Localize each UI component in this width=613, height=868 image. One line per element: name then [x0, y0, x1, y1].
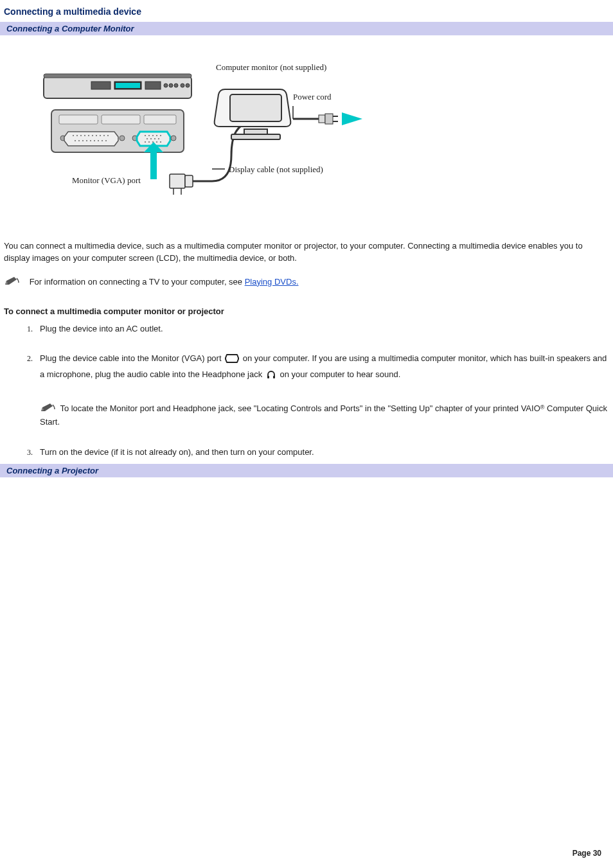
svg-point-30: [90, 140, 91, 141]
note-text: For information on connecting a TV to yo…: [30, 277, 245, 287]
svg-point-10: [186, 84, 190, 87]
svg-point-32: [98, 140, 99, 141]
port-replicator-icon: [51, 110, 184, 152]
svg-rect-58: [230, 94, 281, 121]
svg-rect-63: [325, 114, 333, 124]
label-power-cord: Power cord: [293, 92, 332, 102]
crt-monitor-icon: [215, 89, 291, 139]
svg-rect-12: [59, 115, 98, 124]
svg-point-18: [80, 135, 82, 136]
svg-point-49: [156, 141, 157, 143]
svg-point-29: [86, 140, 87, 141]
svg-rect-4: [116, 83, 140, 88]
svg-point-7: [169, 84, 173, 87]
step-2-text-a: Plug the device cable into the Monitor (…: [40, 353, 224, 363]
svg-point-21: [92, 135, 93, 136]
label-monitor-title: Computer monitor (not supplied): [216, 62, 326, 72]
svg-point-42: [147, 138, 148, 139]
svg-point-38: [148, 135, 150, 136]
svg-point-25: [107, 135, 109, 136]
svg-point-24: [103, 135, 105, 136]
svg-point-35: [120, 136, 125, 141]
svg-point-50: [160, 141, 161, 143]
svg-point-39: [152, 135, 154, 136]
step-2-note-text: To locate the Monitor port and Headphone…: [58, 403, 540, 413]
vga-port-icon: [225, 353, 239, 368]
svg-rect-60: [231, 134, 280, 139]
svg-point-8: [174, 84, 178, 87]
svg-rect-14: [144, 115, 176, 124]
svg-rect-62: [319, 115, 325, 123]
headphone-icon: [266, 369, 276, 384]
svg-point-45: [158, 138, 159, 139]
svg-point-16: [73, 135, 74, 136]
svg-point-19: [84, 135, 85, 136]
laptop-top-icon: [44, 74, 191, 98]
svg-point-34: [105, 140, 107, 141]
svg-point-23: [100, 135, 101, 136]
steps-heading: To connect a multimedia computer monitor…: [0, 306, 613, 316]
power-cord-icon: [293, 106, 362, 125]
intro-paragraph: You can connect a multimedia device, suc…: [0, 240, 613, 265]
svg-point-28: [82, 140, 84, 141]
label-display-cable: Display cable (not supplied): [229, 164, 323, 174]
page-title: Connecting a multimedia device: [0, 0, 613, 22]
svg-rect-5: [145, 82, 161, 89]
svg-point-46: [145, 141, 146, 143]
svg-point-20: [88, 135, 89, 136]
svg-rect-54: [170, 174, 185, 188]
svg-point-22: [96, 135, 97, 136]
svg-rect-68: [273, 376, 275, 378]
step-2-text-c: on your computer to hear sound.: [280, 369, 400, 379]
step-3: Turn on the device (if it is not already…: [35, 446, 609, 459]
svg-point-37: [145, 135, 146, 136]
steps-list: Plug the device into an AC outlet. Plug …: [0, 323, 613, 459]
playing-dvds-link[interactable]: Playing DVDs.: [245, 277, 299, 287]
svg-point-44: [154, 138, 155, 139]
page-number: Page 30: [573, 849, 601, 858]
section-bar-projector: Connecting a Projector: [0, 464, 613, 477]
label-vga-port: Monitor (VGA) port: [72, 175, 141, 185]
pencil-note-icon: [4, 277, 21, 286]
svg-point-43: [150, 138, 152, 139]
svg-point-47: [148, 141, 150, 143]
step-2: Plug the device cable into the Monitor (…: [35, 352, 609, 429]
step-1: Plug the device into an AC outlet.: [35, 323, 609, 336]
svg-point-17: [76, 135, 78, 136]
svg-rect-1: [44, 74, 191, 78]
svg-rect-13: [102, 115, 140, 124]
svg-point-41: [160, 135, 161, 136]
note-tv-connection: For information on connecting a TV to yo…: [0, 276, 613, 288]
svg-rect-59: [244, 129, 267, 134]
svg-rect-55: [185, 175, 193, 187]
section-bar-monitor: Connecting a Computer Monitor: [0, 22, 613, 35]
svg-point-26: [75, 140, 76, 141]
svg-rect-67: [267, 376, 269, 378]
svg-rect-52: [150, 150, 157, 179]
svg-point-40: [156, 135, 157, 136]
svg-point-31: [94, 140, 95, 141]
svg-point-33: [102, 140, 103, 141]
svg-point-51: [171, 136, 176, 141]
connection-diagram: Monitor (VGA) port Display cable (not s: [0, 35, 613, 236]
svg-point-27: [78, 140, 80, 141]
svg-marker-66: [342, 112, 362, 125]
svg-rect-2: [91, 82, 111, 89]
svg-point-6: [164, 84, 168, 87]
step-2-note: To locate the Monitor port and Headphone…: [40, 402, 609, 429]
display-cable-connector-icon: [170, 174, 212, 195]
step-1-text: Plug the device into an AC outlet.: [35, 324, 163, 333]
svg-point-9: [181, 84, 184, 87]
step-3-text: Turn on the device (if it is not already…: [35, 447, 314, 457]
pencil-note-icon: [40, 403, 57, 412]
